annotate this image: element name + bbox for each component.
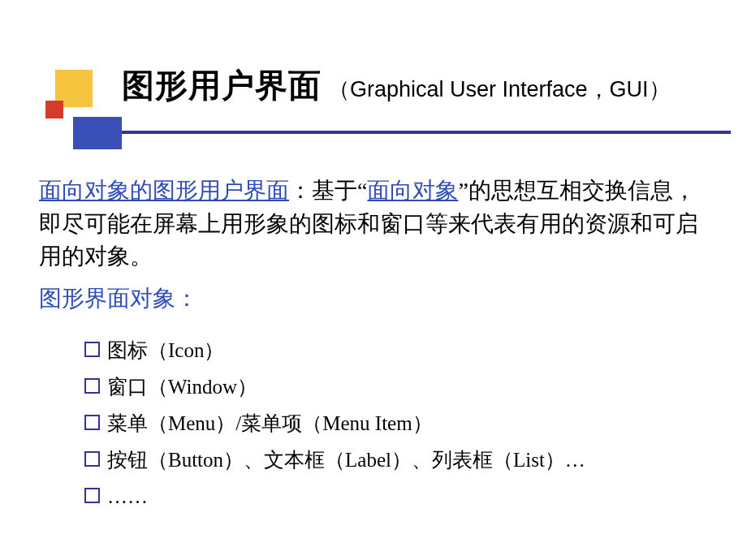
title-area: 图形用户界面 （Graphical User Interface，GUI） [0, 0, 747, 108]
content-body: 面向对象的图形用户界面：基于“面向对象”的思想互相交换信息，即尽可能在屏幕上用形… [0, 134, 747, 515]
list-item: 按钮（Button）、文本框（Label）、列表框（List）… [84, 442, 706, 478]
paragraph-1: 面向对象的图形用户界面：基于“面向对象”的思想互相交换信息，即尽可能在屏幕上用形… [39, 174, 706, 274]
blue-rect-icon [73, 117, 122, 149]
list-item: …… [84, 478, 706, 515]
gui-object-list: 图标（Icon） 窗口（Window） 菜单（Menu）/菜单项（Menu It… [39, 332, 706, 515]
red-square-icon [45, 101, 63, 118]
slide: 图形用户界面 （Graphical User Interface，GUI） 面向… [0, 0, 747, 560]
list-item: 窗口（Window） [84, 368, 706, 405]
slide-title-main: 图形用户界面 [122, 67, 322, 104]
list-item: 菜单（Menu）/菜单项（Menu Item） [84, 405, 706, 442]
slide-title-sub: （Graphical User Interface，GUI） [328, 77, 671, 101]
list-item: 图标（Icon） [84, 332, 706, 368]
para1-text1: ：基于“ [289, 178, 367, 203]
link-oo-gui[interactable]: 面向对象的图形用户界面 [39, 178, 289, 203]
link-oo[interactable]: 面向对象 [367, 178, 458, 203]
decorative-blocks [32, 70, 106, 159]
paragraph-2: 图形界面对象： [39, 283, 706, 314]
